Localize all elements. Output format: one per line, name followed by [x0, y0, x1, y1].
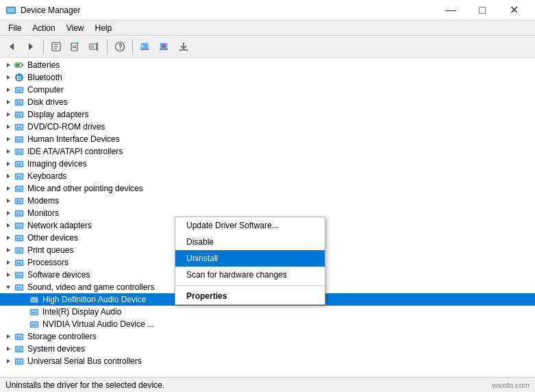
- update-driver-button[interactable]: [66, 38, 84, 55]
- expand-arrow-usb[interactable]: [3, 356, 14, 367]
- help-button[interactable]: ?: [111, 38, 129, 55]
- context-properties[interactable]: Properties: [175, 288, 325, 304]
- minimize-button[interactable]: —: [435, 0, 466, 21]
- device-icon-nvidia-virtual: [29, 319, 40, 330]
- app-icon: [5, 5, 16, 16]
- svg-marker-114: [6, 286, 10, 289]
- tree-item-intel-display[interactable]: Intel(R) Display Audio: [0, 306, 535, 318]
- expand-arrow-keyboards[interactable]: [3, 171, 14, 182]
- tree-label-batteries: Batteries: [27, 60, 60, 70]
- properties-button[interactable]: [47, 38, 65, 55]
- expand-arrow-mice[interactable]: [3, 183, 14, 194]
- tree-item-keyboards[interactable]: Keyboards: [0, 170, 535, 182]
- expand-arrow-nvidia-virtual[interactable]: [18, 319, 29, 330]
- tree-label-other: Other devices: [27, 233, 78, 243]
- toolbar-sep-3: [132, 40, 133, 53]
- svg-rect-53: [19, 127, 21, 128]
- svg-rect-107: [17, 262, 18, 264]
- tree-item-display-adapters[interactable]: Display adapters: [0, 108, 535, 121]
- expand-arrow-display-adapters[interactable]: [3, 109, 14, 120]
- tree-label-hid: Human Interface Devices: [27, 134, 120, 144]
- close-button[interactable]: ✕: [498, 0, 530, 21]
- expand-arrow-disk-drives[interactable]: [3, 97, 14, 108]
- tree-item-mice[interactable]: Mice and other pointing devices: [0, 182, 535, 195]
- context-uninstall[interactable]: Uninstall: [175, 250, 325, 267]
- tree-item-usb[interactable]: Universal Serial Bus controllers: [0, 355, 535, 367]
- device-icon-mice: [14, 183, 25, 194]
- context-update-driver[interactable]: Update Driver Software...: [175, 217, 325, 234]
- forward-button[interactable]: [22, 38, 40, 55]
- expand-arrow-monitors[interactable]: [3, 208, 14, 219]
- svg-rect-93: [19, 225, 21, 227]
- expand-arrow-hid[interactable]: [3, 134, 14, 145]
- expand-arrow-bluetooth[interactable]: [3, 72, 14, 83]
- tree-item-nvidia-virtual[interactable]: NVIDIA Virtual Audio Device ...: [0, 318, 535, 330]
- tree-item-computer[interactable]: Computer: [0, 84, 535, 96]
- svg-marker-44: [7, 112, 10, 117]
- expand-arrow-storage[interactable]: [3, 331, 14, 342]
- tree-item-batteries[interactable]: Batteries: [0, 59, 535, 71]
- expand-arrow-software[interactable]: [3, 269, 14, 280]
- expand-arrow-computer[interactable]: [3, 84, 14, 95]
- tree-label-ide: IDE ATA/ATAPI controllers: [27, 147, 123, 156]
- expand-arrow-hd-audio[interactable]: [18, 294, 29, 305]
- svg-rect-62: [17, 151, 18, 153]
- context-scan[interactable]: Scan for hardware changes: [175, 267, 325, 283]
- expand-arrow-dvd-rom[interactable]: [3, 121, 14, 132]
- tree-item-storage[interactable]: Storage controllers: [0, 330, 535, 343]
- back-button[interactable]: [3, 38, 21, 55]
- tree-item-dvd-rom[interactable]: DVD/CD-ROM drives: [0, 121, 535, 133]
- expand-arrow-processors[interactable]: [3, 257, 14, 268]
- menu-help[interactable]: Help: [90, 22, 118, 34]
- expand-arrow-print[interactable]: [3, 245, 14, 256]
- tree-item-disk-drives[interactable]: Disk drives: [0, 96, 535, 108]
- expand-arrow-network[interactable]: [3, 220, 14, 231]
- tree-item-modems[interactable]: Modems: [0, 195, 535, 207]
- menu-bar: File Action View Help: [0, 21, 535, 36]
- svg-rect-108: [19, 262, 21, 264]
- tree-label-computer: Computer: [27, 85, 64, 95]
- svg-marker-49: [7, 125, 10, 129]
- expand-arrow-system[interactable]: [3, 343, 14, 354]
- download-button[interactable]: [175, 38, 192, 55]
- title-bar-left: Device Manager: [5, 5, 80, 16]
- tree-item-ide[interactable]: IDE ATA/ATAPI controllers: [0, 145, 535, 158]
- svg-rect-82: [17, 201, 18, 202]
- svg-marker-141: [7, 359, 10, 363]
- svg-rect-1: [8, 8, 14, 12]
- svg-rect-14: [91, 45, 94, 48]
- device-icon-computer: [14, 84, 25, 95]
- device-icon-usb: [14, 356, 25, 367]
- expand-arrow-intel-display[interactable]: [18, 306, 29, 317]
- menu-view[interactable]: View: [61, 22, 90, 34]
- tree-label-keyboards: Keyboards: [27, 171, 66, 181]
- svg-rect-73: [19, 176, 21, 177]
- tree-label-monitors: Monitors: [27, 208, 59, 218]
- context-disable[interactable]: Disable: [175, 234, 325, 250]
- expand-arrow-modems[interactable]: [3, 195, 14, 206]
- device-icon-dvd-rom: [14, 121, 25, 132]
- svg-rect-118: [19, 287, 21, 289]
- tree-item-imaging[interactable]: Imaging devices: [0, 158, 535, 170]
- svg-rect-42: [17, 102, 18, 103]
- menu-file[interactable]: File: [3, 22, 27, 34]
- tree-label-imaging: Imaging devices: [27, 159, 87, 169]
- expand-arrow-sound[interactable]: [3, 282, 14, 293]
- device-icon-hid: [14, 134, 25, 145]
- tree-label-storage: Storage controllers: [27, 332, 97, 341]
- uninstall-button[interactable]: [155, 38, 173, 55]
- tree-item-system[interactable]: System devices: [0, 343, 535, 355]
- menu-action[interactable]: Action: [27, 22, 60, 34]
- svg-rect-145: [19, 361, 21, 363]
- disable-button[interactable]: [136, 38, 154, 55]
- scan-button[interactable]: [86, 38, 103, 55]
- expand-arrow-imaging[interactable]: [3, 158, 14, 169]
- expand-arrow-other[interactable]: [3, 232, 14, 243]
- svg-marker-136: [7, 347, 10, 351]
- svg-rect-140: [19, 349, 21, 350]
- tree-item-bluetooth[interactable]: B Bluetooth: [0, 71, 535, 84]
- expand-arrow-ide[interactable]: [3, 146, 14, 157]
- expand-arrow-batteries[interactable]: [3, 60, 14, 71]
- tree-item-hid[interactable]: Human Interface Devices: [0, 133, 535, 145]
- maximize-button[interactable]: □: [466, 0, 498, 21]
